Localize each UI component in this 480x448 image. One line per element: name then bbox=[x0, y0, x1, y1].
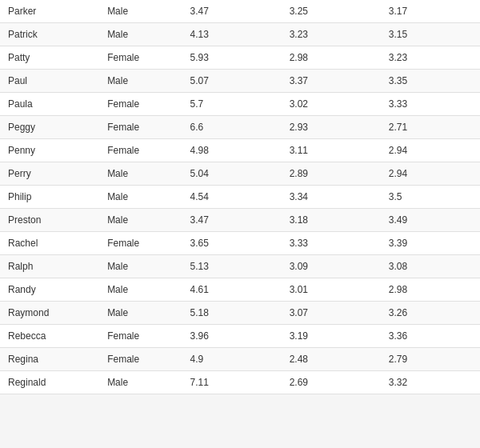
cell-col4: 3.01 bbox=[282, 278, 381, 302]
cell-col3: 5.7 bbox=[182, 93, 282, 116]
cell-col3: 5.93 bbox=[182, 46, 282, 70]
cell-col4: 3.11 bbox=[282, 139, 381, 162]
table-row: Ralph Male 5.13 3.09 3.08 bbox=[0, 255, 480, 278]
cell-gender: Female bbox=[99, 93, 182, 116]
cell-col5: 3.17 bbox=[381, 0, 480, 23]
table-row: Perry Male 5.04 2.89 2.94 bbox=[0, 162, 480, 186]
cell-gender: Male bbox=[99, 302, 182, 325]
cell-col5: 2.79 bbox=[381, 348, 480, 371]
table-row: Rachel Female 3.65 3.33 3.39 bbox=[0, 232, 480, 255]
cell-col3: 3.65 bbox=[182, 232, 282, 255]
cell-name: Parker bbox=[0, 0, 99, 23]
data-table: Parker Male 3.47 3.25 3.17 Patrick Male … bbox=[0, 0, 480, 394]
cell-col4: 3.07 bbox=[282, 302, 381, 325]
table-row: Peggy Female 6.6 2.93 2.71 bbox=[0, 116, 480, 139]
cell-col3: 3.47 bbox=[182, 0, 282, 23]
table-row: Preston Male 3.47 3.18 3.49 bbox=[0, 209, 480, 232]
cell-gender: Female bbox=[99, 139, 182, 162]
table-row: Paula Female 5.7 3.02 3.33 bbox=[0, 93, 480, 116]
cell-col4: 2.48 bbox=[282, 348, 381, 371]
cell-name: Philip bbox=[0, 186, 99, 209]
cell-col4: 2.98 bbox=[282, 46, 381, 70]
cell-name: Paula bbox=[0, 93, 99, 116]
cell-name: Rachel bbox=[0, 232, 99, 255]
cell-col4: 2.69 bbox=[282, 371, 381, 394]
cell-col5: 3.32 bbox=[381, 371, 480, 394]
cell-col3: 4.98 bbox=[182, 139, 282, 162]
cell-col5: 3.35 bbox=[381, 70, 480, 93]
cell-col4: 3.18 bbox=[282, 209, 381, 232]
cell-gender: Female bbox=[99, 46, 182, 70]
cell-col5: 3.5 bbox=[381, 186, 480, 209]
cell-gender: Male bbox=[99, 255, 182, 278]
cell-col3: 4.54 bbox=[182, 186, 282, 209]
cell-col3: 5.07 bbox=[182, 70, 282, 93]
cell-col3: 5.13 bbox=[182, 255, 282, 278]
cell-col5: 3.15 bbox=[381, 23, 480, 46]
cell-gender: Male bbox=[99, 278, 182, 302]
cell-col4: 3.09 bbox=[282, 255, 381, 278]
cell-gender: Female bbox=[99, 116, 182, 139]
table-row: Regina Female 4.9 2.48 2.79 bbox=[0, 348, 480, 371]
cell-name: Perry bbox=[0, 162, 99, 186]
cell-gender: Female bbox=[99, 348, 182, 371]
table-row: Paul Male 5.07 3.37 3.35 bbox=[0, 70, 480, 93]
cell-gender: Male bbox=[99, 162, 182, 186]
cell-col5: 2.98 bbox=[381, 278, 480, 302]
cell-gender: Male bbox=[99, 23, 182, 46]
cell-col3: 5.04 bbox=[182, 162, 282, 186]
table-row: Rebecca Female 3.96 3.19 3.36 bbox=[0, 325, 480, 348]
cell-col5: 3.49 bbox=[381, 209, 480, 232]
cell-col5: 3.33 bbox=[381, 93, 480, 116]
cell-name: Reginald bbox=[0, 371, 99, 394]
cell-col4: 3.19 bbox=[282, 325, 381, 348]
cell-name: Paul bbox=[0, 70, 99, 93]
cell-name: Penny bbox=[0, 139, 99, 162]
cell-col4: 2.89 bbox=[282, 162, 381, 186]
table-row: Parker Male 3.47 3.25 3.17 bbox=[0, 0, 480, 23]
cell-name: Preston bbox=[0, 209, 99, 232]
cell-col5: 3.39 bbox=[381, 232, 480, 255]
cell-name: Regina bbox=[0, 348, 99, 371]
cell-name: Raymond bbox=[0, 302, 99, 325]
cell-col3: 3.96 bbox=[182, 325, 282, 348]
cell-name: Patrick bbox=[0, 23, 99, 46]
cell-col5: 3.23 bbox=[381, 46, 480, 70]
table-row: Patrick Male 4.13 3.23 3.15 bbox=[0, 23, 480, 46]
cell-col5: 2.71 bbox=[381, 116, 480, 139]
cell-col5: 2.94 bbox=[381, 162, 480, 186]
table-row: Patty Female 5.93 2.98 3.23 bbox=[0, 46, 480, 70]
cell-name: Patty bbox=[0, 46, 99, 70]
cell-col3: 3.47 bbox=[182, 209, 282, 232]
cell-col3: 4.9 bbox=[182, 348, 282, 371]
cell-col4: 3.37 bbox=[282, 70, 381, 93]
cell-col5: 2.94 bbox=[381, 139, 480, 162]
cell-col4: 3.33 bbox=[282, 232, 381, 255]
cell-name: Peggy bbox=[0, 116, 99, 139]
cell-col4: 3.23 bbox=[282, 23, 381, 46]
table-row: Philip Male 4.54 3.34 3.5 bbox=[0, 186, 480, 209]
cell-gender: Male bbox=[99, 186, 182, 209]
cell-name: Ralph bbox=[0, 255, 99, 278]
cell-col3: 4.61 bbox=[182, 278, 282, 302]
cell-gender: Male bbox=[99, 70, 182, 93]
cell-name: Rebecca bbox=[0, 325, 99, 348]
cell-col4: 3.34 bbox=[282, 186, 381, 209]
cell-col5: 3.08 bbox=[381, 255, 480, 278]
table-row: Penny Female 4.98 3.11 2.94 bbox=[0, 139, 480, 162]
cell-col3: 7.11 bbox=[182, 371, 282, 394]
cell-col3: 4.13 bbox=[182, 23, 282, 46]
table-row: Reginald Male 7.11 2.69 3.32 bbox=[0, 371, 480, 394]
cell-gender: Female bbox=[99, 232, 182, 255]
cell-col4: 2.93 bbox=[282, 116, 381, 139]
table-row: Randy Male 4.61 3.01 2.98 bbox=[0, 278, 480, 302]
table-row: Raymond Male 5.18 3.07 3.26 bbox=[0, 302, 480, 325]
cell-col4: 3.02 bbox=[282, 93, 381, 116]
cell-col5: 3.26 bbox=[381, 302, 480, 325]
cell-col3: 6.6 bbox=[182, 116, 282, 139]
cell-col3: 5.18 bbox=[182, 302, 282, 325]
cell-name: Randy bbox=[0, 278, 99, 302]
cell-col4: 3.25 bbox=[282, 0, 381, 23]
cell-col5: 3.36 bbox=[381, 325, 480, 348]
cell-gender: Female bbox=[99, 325, 182, 348]
